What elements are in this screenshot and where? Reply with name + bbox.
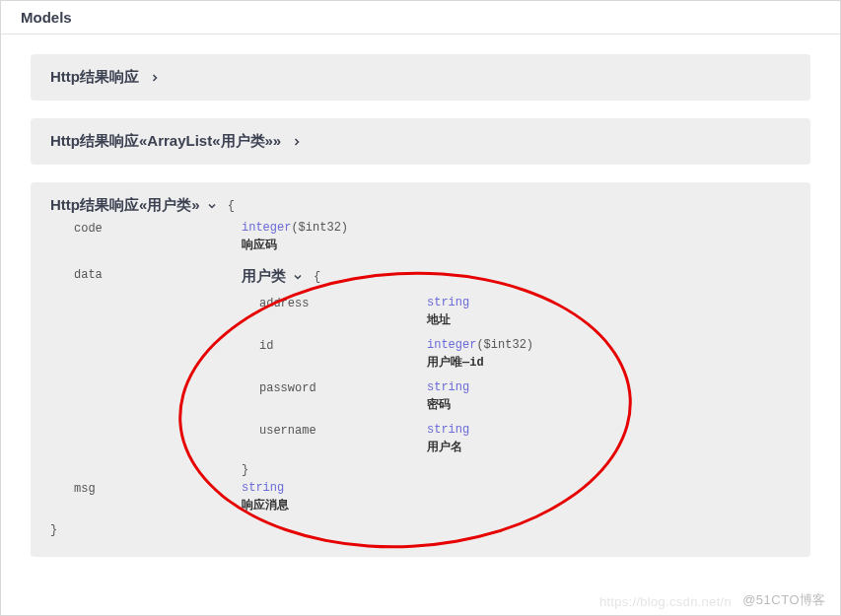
models-section-header[interactable]: Models bbox=[1, 1, 840, 34]
model-block-http-result[interactable]: Http结果响应 bbox=[31, 54, 810, 101]
property-type: string bbox=[427, 423, 469, 437]
watermark-51cto: @51CTO博客 bbox=[742, 591, 826, 609]
property-name: username bbox=[259, 423, 427, 438]
property-name: address bbox=[259, 296, 427, 310]
property-row-username: username string 用户名 bbox=[259, 423, 791, 455]
property-row-id: id integer($int32) 用户唯—id bbox=[259, 338, 791, 371]
chevron-right-icon bbox=[291, 136, 303, 148]
close-brace: } bbox=[242, 463, 791, 477]
property-name: password bbox=[259, 380, 427, 395]
model-title-row: Http结果响应 bbox=[50, 68, 791, 87]
models-title: Models bbox=[21, 9, 72, 26]
property-row-password: password string 密码 bbox=[259, 380, 791, 413]
property-row-msg: msg string 响应消息 bbox=[74, 481, 791, 513]
property-desc: 用户名 bbox=[427, 439, 791, 455]
open-brace: { bbox=[314, 270, 320, 284]
property-type: string bbox=[427, 380, 469, 394]
property-row-address: address string 地址 bbox=[259, 296, 791, 328]
property-type: string bbox=[427, 296, 469, 309]
watermark-csdn: https://blog.csdn.net/n bbox=[599, 594, 732, 609]
chevron-right-icon bbox=[149, 72, 161, 84]
schema-root: Http结果响应«用户类» { code integer($int32) 响应码 bbox=[50, 196, 791, 537]
chevron-down-icon[interactable] bbox=[206, 200, 218, 212]
property-format: ($int32) bbox=[291, 221, 348, 235]
property-desc: 响应消息 bbox=[242, 497, 791, 513]
model-expanded-title[interactable]: Http结果响应«用户类» bbox=[50, 196, 200, 215]
model-title-row: Http结果响应«ArrayList«用户类»» bbox=[50, 132, 791, 151]
model-title: Http结果响应 bbox=[50, 68, 139, 87]
chevron-down-icon[interactable] bbox=[292, 271, 304, 283]
property-format: ($int32) bbox=[476, 338, 533, 352]
open-brace: { bbox=[228, 199, 235, 213]
models-content: Http结果响应 Http结果响应«ArrayList«用户类»» Http结果… bbox=[1, 34, 840, 594]
property-desc: 地址 bbox=[427, 311, 791, 328]
property-desc: 响应码 bbox=[242, 237, 791, 253]
model-block-http-result-arraylist[interactable]: Http结果响应«ArrayList«用户类»» bbox=[31, 118, 810, 165]
model-title: Http结果响应«ArrayList«用户类»» bbox=[50, 132, 281, 151]
property-type: string bbox=[242, 481, 284, 495]
nested-model-title[interactable]: 用户类 bbox=[242, 267, 286, 286]
page: Models Http结果响应 Http结果响应«ArrayList«用户类»» bbox=[0, 0, 841, 616]
property-name: code bbox=[74, 221, 242, 236]
property-row-data: data 用户类 { address bbox=[74, 267, 791, 477]
property-name: id bbox=[259, 338, 427, 353]
close-brace: } bbox=[50, 523, 791, 537]
model-block-http-result-user-expanded: Http结果响应«用户类» { code integer($int32) 响应码 bbox=[31, 182, 810, 557]
property-desc: 用户唯—id bbox=[427, 354, 791, 371]
property-type: integer bbox=[242, 221, 291, 235]
property-desc: 密码 bbox=[427, 396, 791, 413]
property-name: msg bbox=[74, 481, 242, 496]
property-name: data bbox=[74, 267, 242, 282]
property-row-code: code integer($int32) 响应码 bbox=[74, 221, 791, 253]
property-type: integer bbox=[427, 338, 476, 352]
